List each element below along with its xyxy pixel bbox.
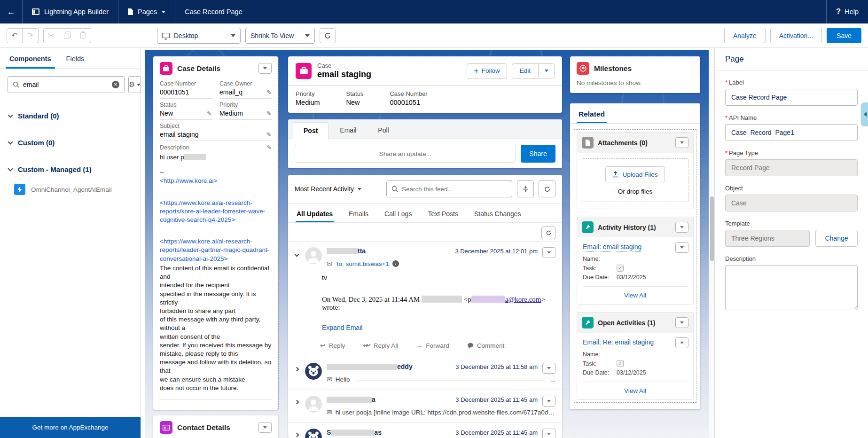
forward-button[interactable]: →Forward <box>416 342 449 349</box>
description-textarea[interactable] <box>725 265 858 310</box>
edit-pencil-icon[interactable]: ✎ <box>267 144 272 152</box>
row-menu-button[interactable] <box>675 242 688 253</box>
collapse-panel-button[interactable] <box>861 102 868 126</box>
section-standard[interactable]: Standard (0) <box>0 112 141 120</box>
collapse-item-button[interactable] <box>293 252 300 256</box>
redo-button[interactable]: ↷ <box>23 28 39 43</box>
tab-post[interactable]: Post <box>293 122 328 139</box>
tab-components[interactable]: Components <box>8 55 52 68</box>
follow-button[interactable]: + Follow <box>467 63 507 78</box>
tab-related[interactable]: Related <box>579 110 605 123</box>
zoom-select[interactable]: Shrink To View <box>245 28 315 44</box>
device-select[interactable]: Desktop <box>157 28 241 44</box>
save-button[interactable]: Save <box>827 28 861 43</box>
row-menu-button[interactable] <box>675 337 688 348</box>
component-omnichannel-agentaiemail[interactable]: OmniChannel_AgentAIEmail <box>0 184 141 195</box>
share-update-input[interactable] <box>295 145 516 163</box>
canvas-scrollbar[interactable] <box>709 48 714 438</box>
feed-search[interactable] <box>386 180 512 197</box>
feed-component[interactable]: Most Recent Activity <box>288 175 562 438</box>
feed-author-link[interactable]: Sas <box>327 429 382 436</box>
collapse-all-button[interactable] <box>517 180 534 197</box>
undo-button[interactable]: ↶ <box>7 28 23 43</box>
paste-button[interactable] <box>75 28 91 43</box>
feed-item-menu-button[interactable] <box>542 429 555 438</box>
filter-call-logs[interactable]: Call Logs <box>383 206 413 222</box>
edit-pencil-icon[interactable]: ✎ <box>266 110 272 117</box>
expand-item-button[interactable] <box>293 433 300 437</box>
feed-author-link[interactable]: eddy <box>327 363 413 370</box>
case-details-component[interactable]: Case Details Case Number 00001051 Case O… <box>153 56 278 410</box>
edit-pencil-icon[interactable]: ✎ <box>207 110 212 117</box>
activity-link[interactable]: Email: Re: email staging <box>583 338 654 347</box>
view-all-link[interactable]: View All <box>583 286 688 304</box>
feed-list-refresh-button[interactable] <box>541 227 555 239</box>
recipients-link[interactable]: To: sumit.biswas+1 <box>336 260 389 267</box>
activity-link[interactable]: Email: email staging <box>583 243 641 252</box>
tab-email[interactable]: Email <box>329 122 367 139</box>
help-button[interactable]: ? Help <box>826 0 868 23</box>
expand-item-button[interactable] <box>293 368 300 371</box>
highlights-panel-component[interactable]: Case email staging + Follow Edit <box>288 56 562 113</box>
file-drop-zone[interactable]: Upload Files Or drop files <box>582 158 688 202</box>
filter-text-posts[interactable]: Text Posts <box>427 206 459 222</box>
canvas-refresh-button[interactable] <box>320 28 336 43</box>
feed-item-menu-button[interactable] <box>542 363 555 374</box>
reply-all-button[interactable]: ↩↩Reply All <box>363 342 398 349</box>
upload-files-button[interactable]: Upload Files <box>605 166 665 182</box>
feed-sort-dropdown[interactable]: Most Recent Activity <box>295 185 361 193</box>
back-button[interactable]: ← <box>0 0 23 23</box>
analyze-button[interactable]: Analyze <box>724 28 766 43</box>
change-template-button[interactable]: Change <box>815 230 858 247</box>
publisher-component[interactable]: Post Email Poll Share <box>288 119 562 168</box>
reply-button[interactable]: ↩Reply <box>320 342 345 349</box>
tab-fields[interactable]: Fields <box>65 55 86 68</box>
share-button[interactable]: Share <box>521 145 555 163</box>
forrester-report-link[interactable]: <https://www.kore.ai/ai-research-reports… <box>160 199 265 223</box>
email-address-link[interactable]: a@kore.com <box>505 296 541 303</box>
component-menu-button[interactable] <box>258 422 272 433</box>
expand-email-link[interactable]: Expand Email <box>322 324 362 331</box>
feed-author-link[interactable]: a <box>327 396 375 403</box>
section-custom[interactable]: Custom (0) <box>0 139 141 147</box>
activation-button[interactable]: Activation... <box>770 28 822 43</box>
filter-status-changes[interactable]: Status Changes <box>473 206 522 222</box>
edit-dropdown-button[interactable] <box>538 64 554 78</box>
comment-button[interactable]: Comment <box>467 342 505 349</box>
gartner-report-link[interactable]: <https://www.kore.ai/ai-research-reports… <box>160 238 269 262</box>
api-name-input[interactable] <box>725 124 858 141</box>
expand-item-button[interactable] <box>293 400 300 404</box>
view-all-link[interactable]: View All <box>583 382 688 399</box>
label-input[interactable] <box>725 89 858 106</box>
feed-item-menu-button[interactable] <box>542 396 555 407</box>
section-custom-managed[interactable]: Custom - Managed (1) <box>0 165 141 173</box>
feed-author-link[interactable]: tta <box>327 247 366 255</box>
appexchange-button[interactable]: Get more on AppExchange <box>0 417 141 438</box>
edit-pencil-icon[interactable]: ✎ <box>266 89 272 96</box>
edit-pencil-icon[interactable]: ✎ <box>266 131 272 138</box>
feed-refresh-button[interactable] <box>539 180 555 197</box>
filter-all-updates[interactable]: All Updates <box>296 206 334 222</box>
card-menu-button[interactable] <box>675 222 688 233</box>
component-menu-button[interactable] <box>258 63 272 74</box>
copy-button[interactable] <box>59 28 75 43</box>
kore-link[interactable]: <http://www.kore.ai> <box>160 177 217 184</box>
feed-item-menu-button[interactable] <box>542 247 555 258</box>
info-icon[interactable]: i <box>392 260 399 267</box>
pages-dropdown[interactable]: Pages <box>118 0 175 23</box>
edit-button[interactable]: Edit <box>512 64 538 78</box>
card-menu-button[interactable] <box>675 137 688 148</box>
card-menu-button[interactable] <box>675 317 688 328</box>
contact-details-component[interactable]: Contact Details Link a related record. <box>153 415 278 438</box>
tab-poll[interactable]: Poll <box>368 122 399 139</box>
clear-search-icon[interactable]: ✕ <box>112 81 119 88</box>
app-builder-menu[interactable]: Lightning App Builder <box>23 0 118 23</box>
component-search-input[interactable] <box>23 81 108 88</box>
sidebar-settings-button[interactable]: ⚙ <box>128 76 141 93</box>
scrollbar-thumb[interactable] <box>710 196 714 261</box>
filter-emails[interactable]: Emails <box>348 206 369 222</box>
component-search[interactable]: ✕ <box>8 76 125 93</box>
cut-button[interactable]: ✂ <box>43 28 59 43</box>
milestones-component[interactable]: Milestones No milestones to show. <box>570 56 700 93</box>
feed-search-input[interactable] <box>402 186 507 193</box>
